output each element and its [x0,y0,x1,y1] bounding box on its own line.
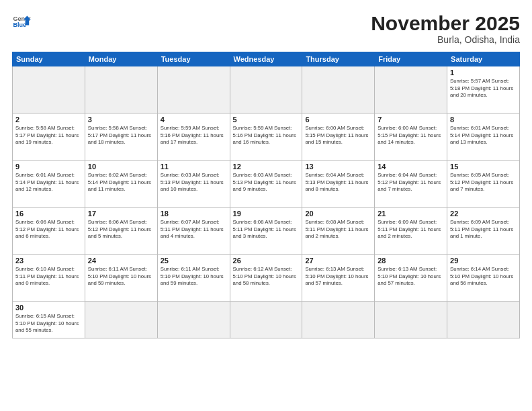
day-info: Sunrise: 6:10 AM Sunset: 5:11 PM Dayligh… [15,266,82,287]
title-block: November 2025 Burla, Odisha, India [371,12,520,45]
table-row [302,66,375,113]
day-info: Sunrise: 6:11 AM Sunset: 5:10 PM Dayligh… [88,266,154,287]
header-wednesday: Wednesday [230,52,302,66]
day-info: Sunrise: 6:15 AM Sunset: 5:10 PM Dayligh… [15,313,82,334]
day-number: 26 [233,257,300,265]
table-row: 3Sunrise: 5:58 AM Sunset: 5:17 PM Daylig… [85,113,157,161]
table-row: 16Sunrise: 6:06 AM Sunset: 5:12 PM Dayli… [13,208,85,255]
table-row: 17Sunrise: 6:06 AM Sunset: 5:12 PM Dayli… [85,208,157,255]
day-info: Sunrise: 5:57 AM Sunset: 5:18 PM Dayligh… [450,78,517,99]
table-row [85,302,157,338]
weekday-header-row: Sunday Monday Tuesday Wednesday Thursday… [13,52,520,66]
day-info: Sunrise: 6:03 AM Sunset: 5:13 PM Dayligh… [161,172,227,193]
day-info: Sunrise: 5:58 AM Sunset: 5:17 PM Dayligh… [88,125,154,146]
day-number: 24 [88,257,154,265]
day-info: Sunrise: 6:11 AM Sunset: 5:10 PM Dayligh… [161,266,227,287]
day-number: 29 [450,257,517,265]
day-number: 3 [88,116,154,124]
logo-icon: General Blue [12,12,31,31]
month-title: November 2025 [371,12,520,34]
day-info: Sunrise: 6:07 AM Sunset: 5:11 PM Dayligh… [161,219,227,240]
header-thursday: Thursday [302,52,375,66]
table-row [157,66,230,113]
table-row: 13Sunrise: 6:04 AM Sunset: 5:13 PM Dayli… [302,161,375,208]
table-row [447,302,520,338]
table-row [230,302,302,338]
table-row: 14Sunrise: 6:04 AM Sunset: 5:12 PM Dayli… [375,161,447,208]
day-number: 30 [15,304,82,312]
day-number: 22 [450,210,517,218]
header-tuesday: Tuesday [157,52,230,66]
day-number: 17 [88,210,154,218]
day-info: Sunrise: 6:02 AM Sunset: 5:14 PM Dayligh… [88,172,154,193]
table-row: 28Sunrise: 6:13 AM Sunset: 5:10 PM Dayli… [375,255,447,302]
table-row: 8Sunrise: 6:01 AM Sunset: 5:14 PM Daylig… [447,113,520,161]
day-number: 8 [450,116,517,124]
table-row: 20Sunrise: 6:08 AM Sunset: 5:11 PM Dayli… [302,208,375,255]
table-row: 29Sunrise: 6:14 AM Sunset: 5:10 PM Dayli… [447,255,520,302]
day-number: 14 [378,163,444,171]
day-info: Sunrise: 6:06 AM Sunset: 5:12 PM Dayligh… [88,219,154,240]
table-row: 27Sunrise: 6:13 AM Sunset: 5:10 PM Dayli… [302,255,375,302]
table-row [85,66,157,113]
day-info: Sunrise: 6:08 AM Sunset: 5:11 PM Dayligh… [305,219,371,240]
day-info: Sunrise: 6:09 AM Sunset: 5:11 PM Dayligh… [378,219,444,240]
day-number: 10 [88,163,154,171]
logo: General Blue [12,12,31,31]
table-row: 18Sunrise: 6:07 AM Sunset: 5:11 PM Dayli… [157,208,230,255]
day-info: Sunrise: 5:58 AM Sunset: 5:17 PM Dayligh… [15,125,82,146]
day-info: Sunrise: 5:59 AM Sunset: 5:16 PM Dayligh… [161,125,227,146]
day-number: 15 [450,163,517,171]
day-number: 13 [305,163,371,171]
day-number: 16 [15,210,82,218]
day-info: Sunrise: 6:00 AM Sunset: 5:15 PM Dayligh… [305,125,371,146]
day-info: Sunrise: 6:14 AM Sunset: 5:10 PM Dayligh… [450,266,517,287]
header-monday: Monday [85,52,157,66]
day-info: Sunrise: 6:04 AM Sunset: 5:12 PM Dayligh… [378,172,444,193]
day-info: Sunrise: 6:00 AM Sunset: 5:15 PM Dayligh… [378,125,444,146]
table-row: 6Sunrise: 6:00 AM Sunset: 5:15 PM Daylig… [302,113,375,161]
table-row: 12Sunrise: 6:03 AM Sunset: 5:13 PM Dayli… [230,161,302,208]
table-row: 5Sunrise: 5:59 AM Sunset: 5:16 PM Daylig… [230,113,302,161]
day-info: Sunrise: 6:06 AM Sunset: 5:12 PM Dayligh… [15,219,82,240]
header-friday: Friday [375,52,447,66]
table-row [157,302,230,338]
day-info: Sunrise: 6:03 AM Sunset: 5:13 PM Dayligh… [233,172,300,193]
day-info: Sunrise: 6:08 AM Sunset: 5:11 PM Dayligh… [233,219,300,240]
table-row [13,66,85,113]
day-info: Sunrise: 6:01 AM Sunset: 5:14 PM Dayligh… [15,172,82,193]
day-info: Sunrise: 6:01 AM Sunset: 5:14 PM Dayligh… [450,125,517,146]
location-subtitle: Burla, Odisha, India [371,34,520,45]
table-row: 4Sunrise: 5:59 AM Sunset: 5:16 PM Daylig… [157,113,230,161]
day-info: Sunrise: 6:04 AM Sunset: 5:13 PM Dayligh… [305,172,371,193]
table-row: 22Sunrise: 6:09 AM Sunset: 5:11 PM Dayli… [447,208,520,255]
svg-text:Blue: Blue [13,21,26,28]
table-row [230,66,302,113]
table-row: 1Sunrise: 5:57 AM Sunset: 5:18 PM Daylig… [447,66,520,113]
day-number: 19 [233,210,300,218]
table-row: 23Sunrise: 6:10 AM Sunset: 5:11 PM Dayli… [13,255,85,302]
table-row: 9Sunrise: 6:01 AM Sunset: 5:14 PM Daylig… [13,161,85,208]
table-row [302,302,375,338]
table-row [375,66,447,113]
day-number: 21 [378,210,444,218]
day-number: 1 [450,68,517,77]
table-row: 19Sunrise: 6:08 AM Sunset: 5:11 PM Dayli… [230,208,302,255]
calendar-table: Sunday Monday Tuesday Wednesday Thursday… [12,52,520,338]
day-info: Sunrise: 6:13 AM Sunset: 5:10 PM Dayligh… [305,266,371,287]
day-number: 4 [161,116,227,124]
day-number: 5 [233,116,300,124]
header: General Blue November 2025 Burla, Odisha… [12,12,520,45]
day-number: 12 [233,163,300,171]
day-info: Sunrise: 5:59 AM Sunset: 5:16 PM Dayligh… [233,125,300,146]
day-info: Sunrise: 6:05 AM Sunset: 5:12 PM Dayligh… [450,172,517,193]
day-info: Sunrise: 6:13 AM Sunset: 5:10 PM Dayligh… [378,266,444,287]
day-number: 7 [378,116,444,124]
day-info: Sunrise: 6:09 AM Sunset: 5:11 PM Dayligh… [450,219,517,240]
day-number: 18 [161,210,227,218]
page: General Blue November 2025 Burla, Odisha… [0,0,532,411]
header-saturday: Saturday [447,52,520,66]
table-row: 7Sunrise: 6:00 AM Sunset: 5:15 PM Daylig… [375,113,447,161]
day-number: 28 [378,257,444,265]
table-row: 10Sunrise: 6:02 AM Sunset: 5:14 PM Dayli… [85,161,157,208]
